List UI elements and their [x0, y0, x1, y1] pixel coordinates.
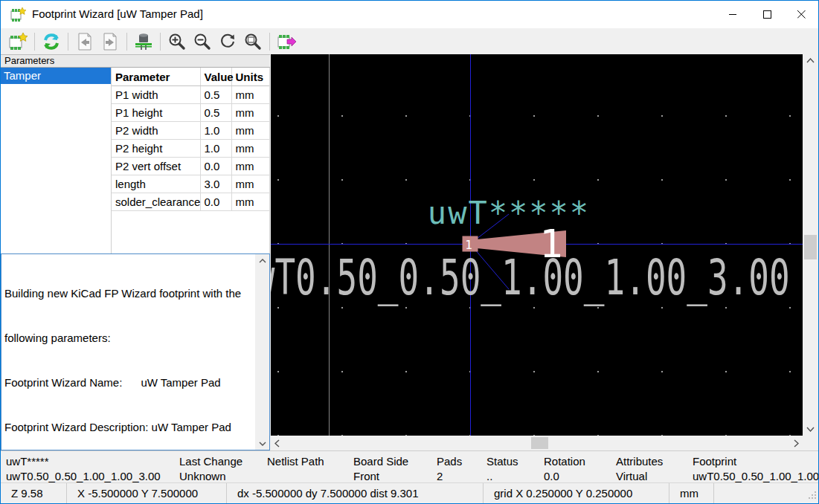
param-row: P2 vert offset 0.0 mm [112, 158, 269, 175]
previous-page-icon[interactable] [72, 30, 97, 54]
scroll-left-icon[interactable] [271, 436, 283, 450]
param-name: solder_clearance [112, 193, 200, 211]
status-field-board-side: Board Side Front [353, 455, 408, 485]
param-units: mm [231, 140, 269, 158]
close-button[interactable] [784, 1, 818, 28]
param-name: P2 vert offset [112, 158, 200, 175]
footprint-status-panel: uwT***** uwT0.50_0.50_1.00_1.00_3.00 Las… [1, 450, 818, 482]
toolbar-separator [68, 33, 68, 51]
scrollbar-corner [803, 436, 818, 450]
canvas-horizontal-scrollbar[interactable] [271, 436, 803, 450]
param-value[interactable]: 1.0 [200, 140, 231, 158]
parameters-panel-header: Parameters [1, 54, 270, 68]
status-field-netlist-path: Netlist Path [267, 455, 324, 485]
horizontal-scroll-thumb[interactable] [531, 437, 548, 449]
page-list-item-tamper[interactable]: Tamper [1, 68, 111, 84]
param-value[interactable]: 0.5 [200, 86, 231, 104]
units: mm [669, 483, 713, 503]
maximize-button[interactable] [750, 1, 784, 28]
footprint-wizard-app-icon [10, 7, 26, 23]
canvas-vertical-scrollbar[interactable] [803, 54, 818, 436]
param-value[interactable]: 0.0 [200, 158, 231, 175]
message-panel: Building new KiCad FP Wizard footprint w… [1, 253, 270, 450]
export-footprint-icon[interactable] [274, 30, 299, 54]
param-units: mm [231, 86, 269, 104]
param-units: mm [231, 175, 269, 193]
scroll-right-icon[interactable] [790, 436, 803, 450]
message-line: Building new KiCad FP Wizard footprint w… [4, 286, 253, 301]
status-field-pads: Pads 2 [437, 455, 462, 485]
pad-2-number: 1 [539, 222, 562, 266]
wizard-page-list: Tamper [1, 68, 112, 253]
zoom-level: Z 9.58 [1, 483, 66, 503]
zoom-fit-icon[interactable] [240, 30, 266, 54]
minimize-button[interactable] [716, 1, 750, 28]
param-value[interactable]: 0.5 [200, 104, 231, 122]
regenerate-icon[interactable] [39, 30, 64, 54]
next-page-icon[interactable] [97, 30, 123, 54]
relative-position: dx -5.500000 dy 7.500000 dist 9.301 [226, 483, 483, 503]
column-header-units: Units [231, 68, 269, 86]
status-bar-spacer [713, 483, 818, 503]
param-name: length [112, 175, 200, 193]
param-name: P2 height [112, 140, 200, 158]
footprint-preview-canvas[interactable]: uwT***** uwT0.50_0.50_1.00_1.00_3.00 1 1 [271, 54, 803, 436]
param-row: P2 width 1.0 mm [112, 122, 269, 140]
param-row: P1 width 0.5 mm [112, 86, 269, 104]
parameter-table-header: Parameter Value Units [112, 68, 269, 86]
value-text: uwT0.50_0.50_1.00_1.00_3.00 [271, 253, 790, 302]
message-line: following parameters: [4, 331, 253, 346]
grid-setting: grid X 0.250000 Y 0.250000 [483, 483, 669, 503]
parameter-table: Parameter Value Units P1 width 0.5 mm P1… [112, 68, 270, 253]
param-units: mm [231, 158, 269, 175]
reference-text: uwT***** [428, 195, 590, 231]
zoom-in-icon[interactable] [164, 30, 190, 54]
wizard-select-icon[interactable] [5, 30, 30, 54]
param-units: mm [231, 104, 269, 122]
scroll-up-icon[interactable] [255, 254, 269, 267]
toolbar-separator [126, 33, 127, 51]
param-units: mm [231, 193, 269, 211]
param-units: mm [231, 122, 269, 140]
scroll-down-icon[interactable] [803, 423, 818, 436]
resize-grip-icon[interactable] [809, 489, 817, 502]
cursor-position: X -5.500000 Y 7.500000 [66, 483, 226, 503]
param-value[interactable]: 0.0 [200, 193, 231, 211]
footprint-reference: uwT***** [6, 455, 161, 470]
redraw-icon[interactable] [215, 30, 240, 54]
status-field-rotation: Rotation 0.0 [544, 455, 585, 485]
column-header-value: Value [200, 68, 231, 86]
footprint-wizard-window: Footprint Wizard [uW Tamper Pad] [0, 0, 819, 504]
toolbar [1, 28, 818, 54]
param-row: solder_clearance 0.0 mm [112, 193, 269, 211]
message-line: Footprint Wizard Description: uW Tamper … [4, 420, 253, 435]
column-header-parameter: Parameter [112, 68, 200, 86]
scroll-down-icon[interactable] [255, 437, 269, 450]
message-line: Footprint Wizard Name: uW Tamper Pad [4, 375, 253, 390]
pad-1-number: 1 [465, 238, 472, 252]
titlebar[interactable]: Footprint Wizard [uW Tamper Pad] [1, 1, 818, 28]
status-field-status: Status .. [486, 455, 518, 485]
param-name: P2 width [112, 122, 200, 140]
param-name: P1 width [112, 86, 200, 104]
status-field-name: uwT***** uwT0.50_0.50_1.00_1.00_3.00 [6, 455, 161, 485]
message-scrollbar[interactable] [255, 254, 269, 450]
status-field-attributes: Attributes Virtual [616, 455, 663, 485]
zoom-out-icon[interactable] [190, 30, 215, 54]
status-field-last-change: Last Change Unknown [179, 455, 243, 485]
footprint-graphics [271, 54, 803, 436]
scroll-up-icon[interactable] [803, 54, 818, 67]
param-row: P1 height 0.5 mm [112, 104, 269, 122]
status-field-footprint: Footprint uwT0.50_0.50_1.00_1.00_3.0 [693, 455, 819, 485]
param-value[interactable]: 1.0 [200, 122, 231, 140]
param-row: length 3.0 mm [112, 175, 269, 193]
toolbar-separator [269, 33, 270, 51]
vertical-scroll-thumb[interactable] [804, 235, 817, 259]
param-row: P2 height 1.0 mm [112, 140, 269, 158]
window-title: Footprint Wizard [uW Tamper Pad] [32, 7, 203, 20]
toolbar-separator [34, 33, 35, 51]
param-value[interactable]: 3.0 [200, 175, 231, 193]
status-bar: Z 9.58 X -5.500000 Y 7.500000 dx -5.5000… [1, 482, 818, 503]
pad-properties-icon[interactable] [131, 30, 156, 54]
param-name: P1 height [112, 104, 200, 122]
